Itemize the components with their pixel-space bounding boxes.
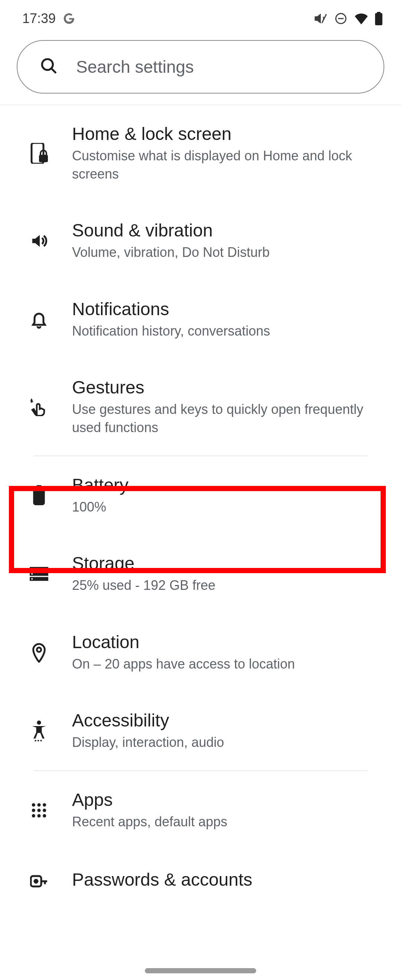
row-location[interactable]: Location On – 20 apps have access to loc…: [0, 613, 401, 692]
svg-line-6: [51, 68, 56, 73]
google-icon: [62, 12, 76, 25]
svg-point-14: [31, 568, 33, 570]
row-sub: Customise what is displayed on Home and …: [72, 147, 382, 183]
row-sub: Notification history, conversations: [72, 322, 382, 340]
gesture-icon: [26, 398, 52, 416]
search-icon: [40, 57, 58, 77]
row-accessibility[interactable]: Accessibility Display, interaction, audi…: [0, 692, 401, 770]
apps-icon: [26, 802, 52, 819]
svg-rect-4: [377, 12, 380, 14]
row-sub: On – 20 apps have access to location: [72, 655, 382, 673]
row-apps[interactable]: Apps Recent apps, default apps: [0, 771, 401, 850]
row-title: Accessibility: [72, 710, 382, 730]
storage-icon: [26, 566, 52, 581]
settings-list: Home & lock screen Customise what is dis…: [0, 105, 401, 894]
row-sub: 100%: [72, 498, 382, 516]
row-title: Home & lock screen: [72, 124, 382, 144]
svg-rect-8: [39, 155, 48, 162]
row-storage[interactable]: Storage 25% used - 192 GB free: [0, 535, 401, 613]
svg-point-30: [35, 880, 38, 883]
row-passwords[interactable]: Passwords & accounts: [0, 850, 401, 894]
search-input[interactable]: Search settings: [17, 40, 384, 94]
svg-point-25: [43, 808, 46, 812]
svg-point-17: [37, 648, 41, 652]
svg-point-20: [32, 803, 35, 806]
row-title: Storage: [72, 553, 382, 574]
row-battery[interactable]: Battery 100%: [0, 456, 401, 535]
svg-point-5: [42, 59, 53, 70]
battery-status-icon: [375, 12, 382, 25]
row-home-lock[interactable]: Home & lock screen Customise what is dis…: [0, 105, 401, 202]
svg-point-21: [37, 803, 40, 806]
phone-lock-icon: [26, 143, 52, 164]
battery-icon: [26, 485, 52, 505]
row-title: Battery: [72, 475, 382, 495]
svg-point-16: [31, 578, 33, 579]
svg-rect-10: [37, 485, 41, 488]
accessibility-icon: [26, 721, 52, 741]
svg-point-23: [32, 808, 35, 812]
row-title: Apps: [72, 789, 382, 810]
bell-icon: [26, 310, 52, 329]
svg-point-18: [37, 721, 41, 725]
key-icon: [26, 873, 52, 889]
row-sub: 25% used - 192 GB free: [72, 576, 382, 595]
row-title: Sound & vibration: [72, 220, 382, 240]
search-wrap: Search settings: [0, 33, 401, 105]
status-right: [314, 12, 382, 25]
svg-rect-9: [33, 488, 45, 505]
svg-point-22: [43, 803, 46, 806]
row-sound[interactable]: Sound & vibration Volume, vibration, Do …: [0, 202, 401, 280]
svg-point-27: [37, 814, 40, 818]
mute-icon: [314, 12, 328, 25]
wifi-icon: [354, 13, 368, 24]
search-placeholder: Search settings: [76, 57, 194, 77]
row-title: Gestures: [72, 377, 382, 398]
dnd-icon: [334, 12, 347, 25]
row-title: Notifications: [72, 299, 382, 319]
nav-handle[interactable]: [145, 968, 256, 973]
row-sub: Use gestures and keys to quickly open fr…: [72, 401, 382, 436]
svg-point-24: [37, 808, 40, 812]
volume-icon: [26, 232, 52, 250]
row-sub: Display, interaction, audio: [72, 733, 382, 752]
svg-point-26: [32, 814, 35, 818]
svg-rect-3: [375, 13, 382, 25]
svg-point-28: [43, 814, 46, 818]
row-sub: Recent apps, default apps: [72, 813, 382, 831]
svg-point-15: [31, 573, 33, 574]
row-gestures[interactable]: Gestures Use gestures and keys to quickl…: [0, 359, 401, 455]
location-icon: [26, 643, 52, 663]
row-notifications[interactable]: Notifications Notification history, conv…: [0, 280, 401, 359]
status-left: 17:39: [22, 11, 76, 26]
row-title: Location: [72, 632, 382, 652]
status-bar: 17:39: [0, 0, 401, 33]
row-title: Passwords & accounts: [72, 869, 382, 890]
row-sub: Volume, vibration, Do Not Disturb: [72, 243, 382, 262]
status-time: 17:39: [22, 11, 56, 26]
